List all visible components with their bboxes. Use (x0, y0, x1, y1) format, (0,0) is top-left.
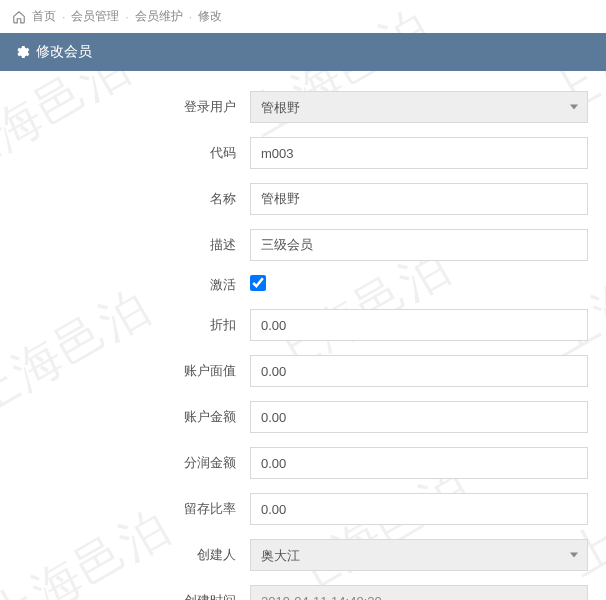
label-creator: 创建人 (0, 546, 250, 564)
breadcrumb-sep: · (125, 10, 128, 24)
name-input[interactable] (250, 183, 588, 215)
label-balance: 账户金额 (0, 408, 250, 426)
desc-input[interactable] (250, 229, 588, 261)
member-edit-form: 登录用户 管根野 代码 名称 描述 (0, 71, 606, 600)
label-active: 激活 (0, 276, 250, 294)
breadcrumb-current: 修改 (198, 8, 222, 25)
breadcrumb-item[interactable]: 会员维护 (135, 8, 183, 25)
home-icon (12, 10, 26, 24)
breadcrumb-item[interactable]: 会员管理 (71, 8, 119, 25)
breadcrumb-sep: · (62, 10, 65, 24)
panel-title: 修改会员 (36, 43, 92, 61)
label-code: 代码 (0, 144, 250, 162)
code-input[interactable] (250, 137, 588, 169)
breadcrumb: 首页 · 会员管理 · 会员维护 · 修改 (0, 0, 606, 33)
breadcrumb-sep: · (189, 10, 192, 24)
created-at-field: 2019-04-11 14:48:20 (250, 585, 588, 600)
active-checkbox[interactable] (250, 275, 266, 291)
label-retain: 留存比率 (0, 500, 250, 518)
label-created-at: 创建时间 (0, 592, 250, 600)
panel-header: 修改会员 (0, 33, 606, 71)
face-value-input[interactable] (250, 355, 588, 387)
login-user-select[interactable]: 管根野 (250, 91, 588, 123)
retain-input[interactable] (250, 493, 588, 525)
label-login-user: 登录用户 (0, 98, 250, 116)
label-desc: 描述 (0, 236, 250, 254)
breadcrumb-home[interactable]: 首页 (32, 8, 56, 25)
commission-input[interactable] (250, 447, 588, 479)
label-commission: 分润金额 (0, 454, 250, 472)
discount-input[interactable] (250, 309, 588, 341)
label-name: 名称 (0, 190, 250, 208)
balance-input[interactable] (250, 401, 588, 433)
creator-select[interactable]: 奥大江 (250, 539, 588, 571)
label-face-value: 账户面值 (0, 362, 250, 380)
gear-icon (14, 44, 30, 60)
label-discount: 折扣 (0, 316, 250, 334)
